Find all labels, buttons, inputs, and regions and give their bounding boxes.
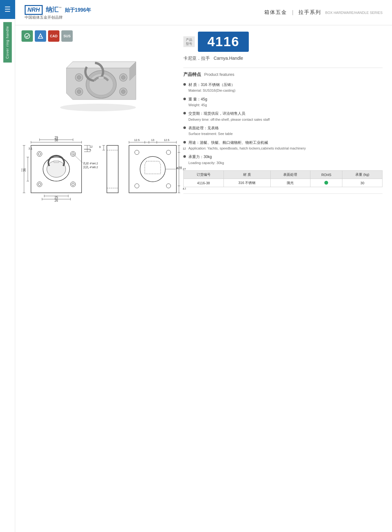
- svg-text:29: 29: [54, 136, 58, 139]
- bullet-application: [183, 141, 186, 144]
- logo-nrh: NRH 纳汇™ 始于1996年: [25, 5, 91, 15]
- feature-item-material: 材 质：316 不锈钢（压铸） Material: SUS316(Die-cas…: [183, 82, 383, 93]
- table-cell-load: 30: [342, 179, 383, 187]
- table-header-rohs: ROHS: [310, 171, 342, 179]
- svg-point-19: [38, 183, 41, 186]
- svg-text:36: 36: [23, 168, 26, 172]
- sidebar-logo: ☰: [0, 0, 15, 19]
- feature-load-cn: 承重力：30kg: [188, 154, 224, 160]
- feature-application-cn: 用途：游艇、快艇、舱口储物柜、物柜工业机械: [188, 140, 306, 146]
- right-panel: 产品 型号 4116 卡尼亚．拉手 Carnya.Handle 产品特点 Pro…: [183, 32, 383, 194]
- svg-rect-12: [99, 77, 104, 79]
- badge-quality: [21, 30, 33, 42]
- svg-text:12: 12: [89, 145, 93, 148]
- features-title: 产品特点 Product features: [183, 72, 383, 77]
- bullet-material: [183, 83, 186, 86]
- logo-sub: 中国箱体五金开创品牌: [25, 15, 91, 20]
- feature-load-en: Loading capacity: 30kg: [188, 160, 224, 166]
- drawing-area: 38 29 12 3 孔径 4*ø4.2 沉孔 4*ø8.2 36 51: [21, 126, 186, 204]
- table-header-load: 承重 (kg): [342, 171, 383, 179]
- divider1: [183, 68, 383, 68]
- feature-list: 材 质：316 不锈钢（压铸） Material: SUS316(Die-cas…: [183, 82, 383, 165]
- order-table: 订货编号 材 质 表面处理 ROHS 承重 (kg) 4116-38 316 不…: [183, 170, 383, 187]
- technical-drawing-svg: 38 29 12 3 孔径 4*ø4.2 沉孔 4*ø8.2 36 51: [21, 126, 186, 202]
- feature-delivery-en: Delivery time: off-the-shelf, please con…: [188, 117, 270, 122]
- sidebar: ☰ Cover ring handle: [0, 0, 15, 532]
- svg-point-21: [72, 183, 74, 186]
- product-photo-svg: [47, 49, 149, 112]
- series-label: 箱体五金 ｜ 拉手系列 BOX HARDWARE/HANDLE SERIES: [264, 9, 383, 16]
- svg-text:3.1: 3.1: [28, 147, 33, 150]
- feature-weight-cn: 重 量：45g: [188, 96, 207, 102]
- brand-cn: 纳汇™ 始于1996年: [46, 5, 91, 14]
- feature-material-cn: 材 质：316 不锈钢（压铸）: [188, 82, 236, 88]
- svg-point-72: [166, 184, 171, 188]
- svg-point-23: [47, 161, 66, 177]
- header-right: 箱体五金 ｜ 拉手系列 BOX HARDWARE/HANDLE SERIES: [264, 9, 383, 16]
- header: NRH 纳汇™ 始于1996年 中国箱体五金开创品牌 箱体五金 ｜ 拉手系列 B…: [15, 0, 392, 25]
- svg-point-1: [60, 104, 136, 111]
- svg-point-5: [121, 76, 125, 79]
- table-header-material: 材 质: [224, 171, 270, 179]
- feature-item-load: 承重力：30kg Loading capacity: 30kg: [183, 154, 383, 165]
- svg-text:13: 13: [151, 138, 154, 142]
- product-number: 4116: [198, 32, 249, 52]
- sidebar-tab: Cover ring handle: [3, 22, 12, 63]
- svg-point-7: [77, 90, 81, 94]
- feature-item-application: 用途：游艇、快艇、舱口储物柜、物柜工业机械 Application: Yacht…: [183, 140, 383, 151]
- svg-text:9: 9: [99, 145, 101, 149]
- feature-material-en: Material: SUS316(Die-casting): [188, 88, 236, 93]
- svg-point-71: [135, 184, 139, 188]
- feature-delivery-cn: 交货期：现货供应，详洽销售人员: [188, 111, 270, 117]
- svg-point-3: [77, 76, 81, 79]
- bullet-weight: [183, 98, 186, 100]
- feature-application-en: Application: Yachts, speedboats, hatch l…: [188, 146, 306, 151]
- bullet-delivery: [183, 112, 186, 114]
- feature-surface-en: Surface treatment: See table: [188, 131, 233, 137]
- svg-text:孔径 4*ø4.2: 孔径 4*ø4.2: [83, 162, 98, 165]
- badge-cad: CAD: [48, 30, 59, 42]
- logo-area: NRH 纳汇™ 始于1996年 中国箱体五金开创品牌: [25, 5, 91, 20]
- nrh-box: NRH: [25, 5, 43, 15]
- feature-item-delivery: 交货期：现货供应，详洽销售人员 Delivery time: off-the-s…: [183, 111, 383, 122]
- badge-sus: SUS: [61, 30, 73, 42]
- table-row: 4116-38 316 不锈钢 抛光 30: [184, 179, 383, 187]
- product-number-box: 产品 型号 4116: [183, 32, 383, 52]
- nrh-text: NRH: [28, 7, 40, 13]
- svg-point-0: [25, 34, 30, 39]
- svg-text:12.5: 12.5: [164, 138, 169, 142]
- table-cell-material: 316 不锈钢: [224, 179, 270, 187]
- feature-surface-cn: 表面处理：见表格: [188, 125, 233, 131]
- svg-text:12.5: 12.5: [134, 138, 140, 142]
- svg-text:26: 26: [54, 199, 58, 202]
- svg-text:ø28: ø28: [176, 166, 182, 170]
- sidebar-icon: ☰: [4, 5, 11, 14]
- rohs-indicator: [324, 181, 328, 185]
- product-name: 卡尼亚．拉手 Carnya.Handle: [183, 56, 383, 61]
- sidebar-tab-en: Cover ring handle: [5, 26, 9, 59]
- feature-item-surface: 表面处理：见表格 Surface treatment: See table: [183, 125, 383, 137]
- svg-rect-61: [107, 145, 118, 193]
- table-header-surface: 表面处理: [270, 171, 310, 179]
- svg-point-70: [166, 150, 171, 155]
- table-cell-surface: 抛光: [270, 179, 310, 187]
- product-image-area: [41, 46, 155, 115]
- divider-bottom: [183, 193, 383, 194]
- svg-rect-24: [54, 161, 59, 163]
- svg-text:51: 51: [21, 168, 23, 172]
- product-label: 产品 型号: [183, 36, 195, 47]
- table-cell-order-no: 4116-38: [184, 179, 224, 187]
- table-header-order: 订货编号: [184, 171, 224, 179]
- feature-weight-en: Weight: 45g: [188, 102, 207, 108]
- feature-item-weight: 重 量：45g Weight: 45g: [183, 96, 383, 108]
- badge-design: [35, 30, 46, 42]
- svg-text:3: 3: [89, 149, 91, 152]
- icon-badges: CAD SUS: [21, 30, 73, 42]
- bullet-surface: [183, 126, 186, 129]
- table-cell-rohs: [310, 179, 342, 187]
- bullet-load: [183, 155, 186, 158]
- svg-point-15: [38, 153, 41, 155]
- svg-point-9: [121, 90, 125, 94]
- svg-point-69: [135, 150, 139, 155]
- svg-text:沉孔 4*ø8.2: 沉孔 4*ø8.2: [83, 166, 98, 169]
